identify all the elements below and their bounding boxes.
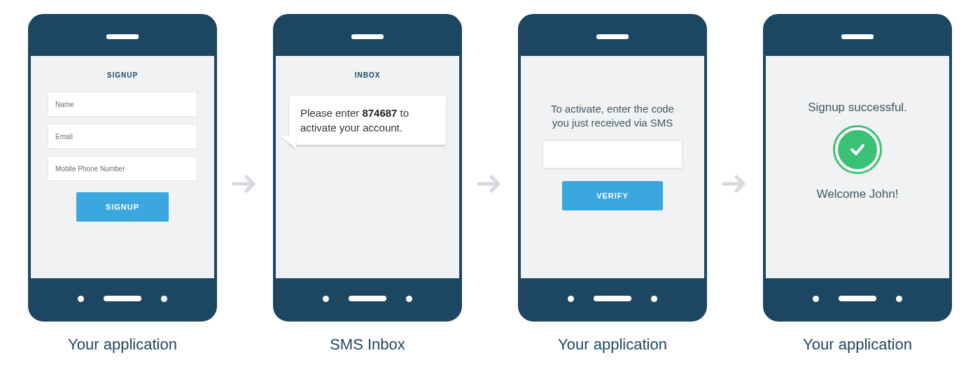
screen-title: SIGNUP [107, 71, 138, 79]
phone-top [31, 17, 214, 56]
verify-instruction: To activate, enter the code you just rec… [542, 102, 682, 131]
signup-screen: SIGNUP Name Email Mobile Phone Number SI… [31, 56, 214, 278]
nav-dot-icon [323, 296, 329, 302]
bubble-tail-icon [281, 136, 296, 149]
nav-home-icon [839, 296, 876, 301]
nav-dot-icon [406, 296, 412, 302]
nav-home-icon [349, 296, 386, 301]
nav-dot-icon [568, 296, 574, 302]
step-caption: Your application [68, 336, 177, 354]
welcome-message: Welcome John! [817, 187, 899, 201]
nav-dot-icon [896, 296, 902, 302]
speaker-icon [106, 34, 139, 39]
sms-text-prefix: Please enter [300, 107, 362, 119]
step-success: Signup successful. Welcome John! Your ap… [763, 14, 952, 354]
arrow-icon [475, 30, 505, 338]
checkmark-icon [835, 127, 880, 172]
sms-code: 874687 [362, 107, 397, 119]
phone-bottom [521, 278, 704, 319]
phone-top [276, 17, 459, 56]
phone-top [766, 17, 949, 56]
nav-dot-icon [78, 296, 84, 302]
phone-bottom [276, 278, 459, 319]
name-field[interactable]: Name [48, 92, 197, 117]
speaker-icon [351, 34, 384, 39]
phone-top [521, 17, 704, 56]
success-message: Signup successful. [808, 101, 907, 115]
speaker-icon [596, 34, 629, 39]
step-verify: To activate, enter the code you just rec… [518, 14, 707, 354]
arrow-icon [230, 30, 260, 338]
step-caption: Your application [558, 336, 667, 354]
phone-mock-1: SIGNUP Name Email Mobile Phone Number SI… [28, 14, 217, 322]
email-field[interactable]: Email [48, 124, 197, 149]
nav-home-icon [104, 296, 141, 301]
step-signup: SIGNUP Name Email Mobile Phone Number SI… [28, 14, 217, 354]
arrow-icon [720, 30, 750, 338]
screen-title: INBOX [355, 71, 381, 79]
phone-bottom [766, 278, 949, 319]
nav-home-icon [594, 296, 631, 301]
phone-mock-2: INBOX Please enter 874687 to activate yo… [273, 14, 462, 322]
nav-dot-icon [651, 296, 657, 302]
step-caption: Your application [803, 336, 912, 354]
success-screen: Signup successful. Welcome John! [766, 56, 949, 278]
verify-screen: To activate, enter the code you just rec… [521, 56, 704, 278]
phone-mock-3: To activate, enter the code you just rec… [518, 14, 707, 322]
sms-message: Please enter 874687 to activate your acc… [289, 96, 446, 145]
nav-dot-icon [161, 296, 167, 302]
phone-field[interactable]: Mobile Phone Number [48, 156, 197, 181]
verify-button[interactable]: VERIFY [562, 181, 663, 210]
step-sms-inbox: INBOX Please enter 874687 to activate yo… [273, 14, 462, 354]
phone-mock-4: Signup successful. Welcome John! [763, 14, 952, 322]
signup-sms-flow: SIGNUP Name Email Mobile Phone Number SI… [21, 14, 959, 354]
step-caption: SMS Inbox [330, 336, 405, 354]
phone-bottom [31, 278, 214, 319]
inbox-screen: INBOX Please enter 874687 to activate yo… [276, 56, 459, 278]
code-input[interactable] [542, 141, 682, 168]
signup-button[interactable]: SIGNUP [76, 192, 169, 222]
nav-dot-icon [813, 296, 819, 302]
speaker-icon [841, 34, 874, 39]
